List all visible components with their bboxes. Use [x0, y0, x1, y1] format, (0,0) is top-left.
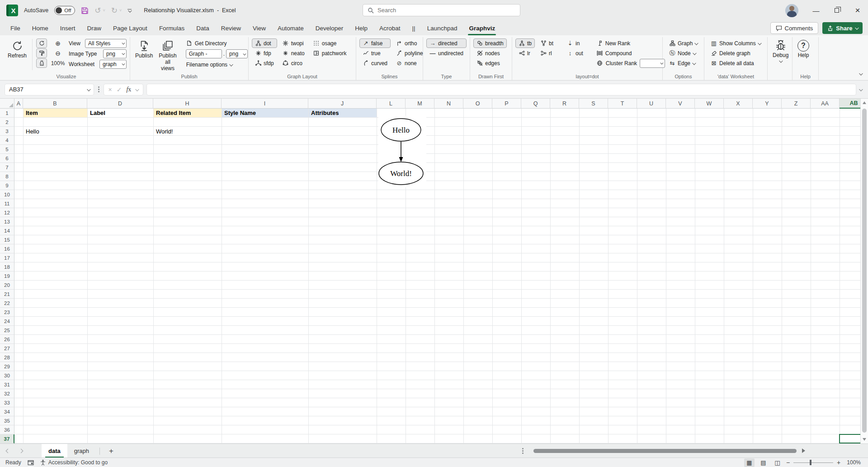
delete-graph-button[interactable]: Delete graph [708, 48, 764, 58]
row-header-8[interactable]: 8 [0, 172, 14, 181]
row-header-24[interactable]: 24 [0, 317, 14, 326]
normal-view-button[interactable]: ▦ [744, 458, 755, 467]
search-bar[interactable] [363, 4, 520, 16]
delete-all-data-button[interactable]: ⊠ Delete all data [708, 58, 764, 68]
node-options-button[interactable]: Ⓝ Node [666, 48, 701, 58]
confirm-entry-button[interactable]: ✓ [117, 86, 122, 93]
zoom-in-status-button[interactable]: + [837, 459, 840, 466]
layout-circo-button[interactable]: circo [279, 58, 308, 68]
column-header-O[interactable]: O [463, 99, 492, 109]
name-box[interactable]: AB37 [5, 84, 94, 95]
column-header-J[interactable]: J [308, 99, 377, 109]
layout-fdp-button[interactable]: fdp [252, 48, 277, 58]
save-button[interactable] [81, 7, 89, 14]
sheet-tabs-more-icon[interactable] [521, 448, 524, 454]
prev-sheet-button[interactable] [6, 449, 10, 453]
header-cell-I1[interactable]: Style Name [222, 109, 308, 117]
row-header-5[interactable]: 5 [0, 145, 14, 154]
header-cell-D1[interactable]: Label [88, 109, 153, 117]
help-button[interactable]: ? Help [796, 38, 811, 60]
formula-input[interactable] [146, 84, 856, 95]
scroll-down-icon[interactable] [863, 438, 866, 441]
column-header-I[interactable]: I [222, 99, 308, 109]
refresh-button[interactable]: Refresh [6, 38, 28, 61]
row-header-26[interactable]: 26 [0, 335, 14, 344]
column-header-H[interactable]: H [153, 99, 222, 109]
customize-quick-access-button[interactable] [127, 9, 132, 12]
row-header-10[interactable]: 10 [0, 190, 14, 199]
edges-in-button[interactable]: ⇣ in [564, 38, 586, 48]
row-header-22[interactable]: 22 [0, 299, 14, 308]
rankdir-rl-button[interactable]: rl [537, 48, 557, 58]
publish-all-views-button[interactable]: Publishall views [157, 38, 178, 73]
get-directory-button[interactable]: Get Directory [186, 38, 248, 48]
extension-select[interactable]: png [226, 49, 248, 58]
graph-options-button[interactable]: Graph [666, 38, 701, 48]
row-header-6[interactable]: 6 [0, 154, 14, 163]
splines-curved-button[interactable]: curved [359, 58, 391, 68]
cluster-rank-select[interactable] [640, 59, 665, 68]
splines-ortho-button[interactable]: ortho [393, 38, 426, 48]
row-header-11[interactable]: 11 [0, 199, 14, 208]
rankdir-bt-button[interactable]: bt [537, 38, 557, 48]
splines-polyline-button[interactable]: polyline [393, 48, 426, 58]
show-columns-button[interactable]: ▥ Show Columns [708, 38, 764, 48]
worksheet-select[interactable]: graph [99, 60, 127, 69]
header-cell-J1[interactable]: Attributes [309, 109, 377, 117]
tab-view[interactable]: View [247, 21, 272, 35]
tab-formulas[interactable]: Formulas [153, 21, 190, 35]
row-header-34[interactable]: 34 [0, 407, 14, 416]
row-header-28[interactable]: 28 [0, 353, 14, 362]
user-avatar[interactable] [785, 4, 798, 17]
type-undirected-button[interactable]: — undirected [426, 48, 467, 58]
search-input[interactable] [377, 7, 515, 14]
type-directed-button[interactable]: → directed [426, 38, 467, 48]
row-header-13[interactable]: 13 [0, 217, 14, 226]
tab-pipes[interactable]: || [406, 21, 421, 35]
close-button[interactable]: × [847, 0, 868, 21]
tab-page-layout[interactable]: Page Layout [107, 21, 153, 35]
refresh-style-button[interactable] [36, 38, 47, 48]
splines-true-button[interactable]: true [359, 48, 391, 58]
row-header-29[interactable]: 29 [0, 362, 14, 371]
tab-developer[interactable]: Developer [310, 21, 349, 35]
zoom-level[interactable]: 100% [847, 459, 861, 466]
expand-formula-bar-button[interactable] [859, 87, 863, 91]
cells-area[interactable]: 1234567891011121314151617181920212223242… [0, 109, 868, 443]
zoom-in-button[interactable]: ⊕ [55, 38, 61, 48]
insert-function-button[interactable]: fx [126, 86, 131, 93]
filename-input[interactable]: Graph - [186, 49, 222, 58]
debug-button[interactable]: Debug [771, 38, 790, 63]
column-header-Z[interactable]: Z [782, 99, 811, 109]
row-header-25[interactable]: 25 [0, 326, 14, 335]
data-cell-B3[interactable]: Hello [24, 127, 87, 136]
scroll-right-icon[interactable] [802, 448, 805, 453]
row-header-36[interactable]: 36 [0, 425, 14, 434]
tab-insert[interactable]: Insert [54, 21, 81, 35]
row-header-19[interactable]: 19 [0, 272, 14, 281]
restore-button[interactable] [826, 0, 847, 21]
tab-graphviz[interactable]: Graphviz [463, 21, 501, 35]
edges-out-button[interactable]: ↕ out [564, 48, 586, 58]
view-select[interactable]: All Styles [85, 39, 127, 48]
row-header-12[interactable]: 12 [0, 208, 14, 217]
vertical-scrollbar[interactable] [860, 99, 868, 443]
cancel-entry-button[interactable]: × [108, 86, 112, 93]
column-header-T[interactable]: T [608, 99, 637, 109]
column-header-B[interactable]: B [23, 99, 87, 109]
drawn-first-edges-button[interactable]: edges [473, 58, 507, 68]
column-header-Y[interactable]: Y [753, 99, 782, 109]
row-header-2[interactable]: 2 [0, 118, 14, 127]
row-header-30[interactable]: 30 [0, 371, 14, 380]
tab-automate[interactable]: Automate [272, 21, 310, 35]
row-header-9[interactable]: 9 [0, 181, 14, 190]
column-header-U[interactable]: U [637, 99, 666, 109]
graphviz-figure[interactable]: Hello World! [378, 116, 426, 187]
autosave-toggle[interactable]: Off [54, 6, 75, 15]
header-cell-B1[interactable]: Item [24, 109, 87, 117]
edge-options-button[interactable]: ⇆ Edge [666, 58, 701, 68]
header-cell-H1[interactable]: Related Item [154, 109, 222, 117]
column-header-N[interactable]: N [434, 99, 463, 109]
collapse-ribbon-button[interactable] [859, 68, 862, 76]
formula-bar-grip-icon[interactable] [97, 86, 100, 92]
